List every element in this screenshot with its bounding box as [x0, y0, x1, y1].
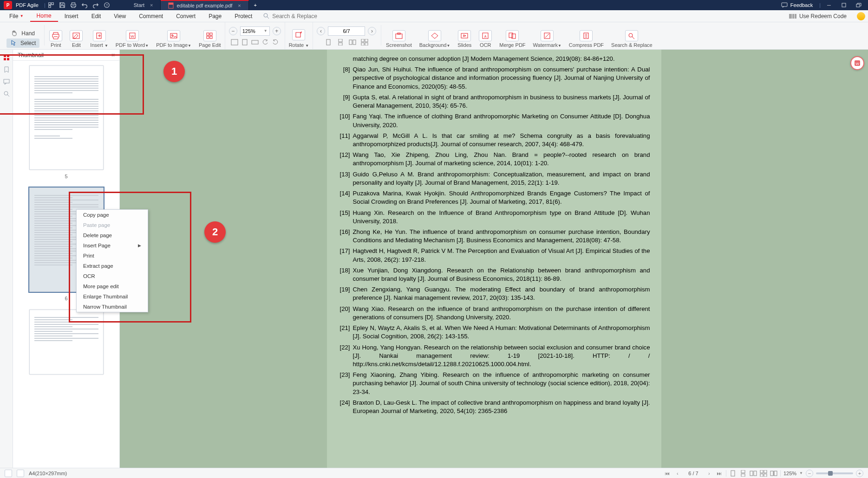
zoom-in-button[interactable]: + [273, 27, 281, 35]
actual-size-icon[interactable] [251, 39, 259, 46]
document-area[interactable]: matching degree on consumer adoption [J]… [120, 50, 868, 468]
zoom-slider-knob[interactable] [828, 471, 833, 476]
thumbnails-tab-icon[interactable] [2, 53, 11, 62]
search-replace-icon[interactable] [625, 30, 638, 41]
close-icon[interactable]: × [150, 2, 153, 8]
menu-protect[interactable]: Protect [228, 10, 259, 22]
thumb-page-5[interactable] [29, 65, 104, 170]
menu-file[interactable]: File ▼ [3, 10, 30, 22]
screenshot-icon[interactable] [392, 30, 405, 41]
close-panel-button[interactable]: × [111, 52, 115, 58]
thumb-item-7[interactable] [22, 310, 110, 375]
rotate-button[interactable] [292, 29, 305, 40]
zoom-in-button[interactable]: + [856, 470, 863, 477]
compress-pdf-icon[interactable] [580, 30, 593, 41]
add-tab-button[interactable]: + [249, 0, 262, 10]
status-page-icon[interactable] [17, 470, 24, 477]
background-icon[interactable] [428, 30, 441, 41]
svg-point-49 [629, 33, 633, 37]
search-bar[interactable] [259, 13, 337, 19]
status-doc-icon[interactable] [5, 470, 12, 477]
qat-open-icon[interactable] [46, 1, 57, 9]
menu-convert[interactable]: Convert [170, 10, 202, 22]
fit-page-icon[interactable] [241, 39, 248, 46]
qat-print-icon[interactable] [68, 1, 79, 9]
slides-icon[interactable] [458, 30, 471, 41]
zoom-out-button[interactable]: − [229, 27, 237, 35]
user-avatar[interactable] [857, 12, 865, 20]
menu-page[interactable]: Page [202, 10, 228, 22]
rotate-cw-icon[interactable] [272, 39, 279, 46]
restore-button[interactable] [852, 1, 865, 9]
zoom-select[interactable]: 125%▼ [240, 26, 270, 36]
print-icon[interactable] [49, 30, 62, 41]
floating-convert-button[interactable]: W [850, 56, 864, 70]
ctx-more-page-edit[interactable]: More page edit [77, 281, 148, 291]
menu-edit[interactable]: Edit [85, 10, 108, 22]
search-tab-icon[interactable] [2, 90, 11, 98]
menu-insert[interactable]: Insert [58, 10, 85, 22]
view-facing-cont-icon[interactable] [361, 39, 368, 46]
qat-undo-icon[interactable] [79, 1, 90, 9]
pdf-to-image-icon[interactable] [167, 30, 180, 41]
svg-rect-37 [361, 43, 364, 45]
next-page-button[interactable]: › [368, 27, 376, 35]
page-edit-icon[interactable] [203, 30, 216, 41]
tab-start[interactable]: Start × [118, 0, 161, 10]
redeem-button[interactable]: Use Redeem Code [783, 13, 853, 19]
feedback-button[interactable]: Feedback [777, 2, 817, 8]
view-continuous-icon[interactable] [739, 470, 747, 477]
ctx-ocr[interactable]: OCR [77, 271, 148, 281]
ctx-delete-page[interactable]: Delete page [77, 230, 148, 240]
view-book-icon[interactable] [770, 470, 777, 477]
search-input[interactable] [272, 13, 333, 19]
bookmarks-tab-icon[interactable] [2, 65, 11, 74]
watermark-icon[interactable] [541, 30, 554, 41]
qat-help-icon[interactable]: ? [101, 1, 112, 9]
view-single-icon[interactable] [325, 39, 332, 46]
close-icon[interactable]: × [238, 3, 241, 8]
ctx-copy-page[interactable]: Copy page [77, 210, 148, 220]
ctx-extract-page[interactable]: Extract page [77, 261, 148, 271]
ctx-insert-page[interactable]: Insert Page▶ [77, 240, 148, 251]
prev-page-button[interactable]: ‹ [674, 470, 681, 477]
zoom-out-button[interactable]: − [806, 470, 813, 477]
qat-save-icon[interactable] [57, 1, 68, 9]
view-continuous-icon[interactable] [337, 39, 344, 46]
edit-icon[interactable] [70, 30, 83, 41]
qat-redo-icon[interactable] [90, 1, 101, 9]
menu-comment[interactable]: Comment [132, 10, 170, 22]
view-facing-icon[interactable] [349, 39, 356, 46]
zoom-slider[interactable] [816, 472, 853, 474]
chevron-down-icon[interactable]: ▼ [799, 471, 803, 475]
insert-icon[interactable] [93, 30, 106, 41]
prev-page-button[interactable]: ‹ [317, 27, 325, 35]
select-mode-button[interactable]: Select [7, 39, 39, 48]
annotations-tab-icon[interactable] [2, 78, 11, 86]
ctx-enlarge-thumbnail[interactable]: Enlarge Thumbnail [77, 291, 148, 302]
ctx-paste-page[interactable]: Paste page [77, 220, 148, 230]
ocr-icon[interactable]: A [479, 30, 492, 41]
view-facing-cont-icon[interactable] [760, 470, 767, 477]
next-page-button[interactable]: › [705, 470, 713, 477]
first-page-button[interactable]: ⏮ [664, 470, 671, 477]
rotate-ccw-icon[interactable] [261, 39, 269, 46]
pdf-to-word-icon[interactable]: W [126, 30, 139, 41]
menu-home[interactable]: Home [30, 10, 58, 22]
hand-mode-button[interactable]: Hand [7, 29, 39, 38]
menu-view[interactable]: View [107, 10, 132, 22]
ctx-narrow-thumbnail[interactable]: Narrow Thumbnail [77, 302, 148, 312]
fit-width-icon[interactable] [231, 39, 238, 46]
page-input[interactable] [328, 26, 365, 36]
ctx-print[interactable]: Print [77, 251, 148, 261]
view-facing-icon[interactable] [750, 470, 757, 477]
thumb-item-5[interactable]: 5 [22, 65, 110, 179]
minimize-button[interactable]: ─ [822, 1, 835, 9]
thumbnail-title: Thumbnail [18, 52, 44, 58]
tab-document[interactable]: editable pdf example.pdf × [161, 0, 248, 10]
maximize-button[interactable] [837, 1, 850, 9]
view-single-icon[interactable] [729, 470, 737, 477]
last-page-button[interactable]: ⏭ [716, 470, 723, 477]
thumb-page-7[interactable] [29, 310, 104, 375]
merge-pdf-icon[interactable] [506, 30, 519, 41]
